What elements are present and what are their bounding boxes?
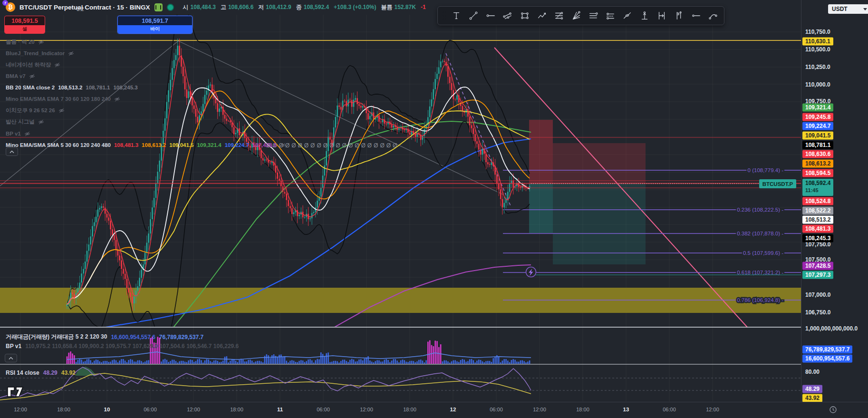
volume-pane-legend[interactable]: 거래대금(거래량) 거래대금 5 2 2 120 30 16,600,954,5… xyxy=(6,333,203,341)
fib-channel-icon[interactable] xyxy=(602,9,618,23)
time-tick-label: 06:00 xyxy=(144,407,157,412)
eye-off-icon[interactable] xyxy=(38,119,44,125)
eye-off-icon[interactable] xyxy=(29,73,35,79)
buy-button[interactable]: 108,591.7 바이 xyxy=(117,16,193,34)
time-tick-label: 06:00 xyxy=(663,407,676,412)
position-zone xyxy=(529,120,553,184)
trend-line-icon[interactable] xyxy=(465,9,482,23)
price-scale[interactable]: 110,750.0110,500.0110,250.0110,000.0109,… xyxy=(801,0,868,402)
price-badge: 109,224.7 xyxy=(802,122,833,130)
eye-off-icon[interactable] xyxy=(280,142,286,148)
legend-collapse-button[interactable] xyxy=(6,147,18,156)
vertical-measure-icon[interactable] xyxy=(636,9,653,23)
symbol-title[interactable]: BTC/USDT Perpetual Contract · 15 · BINGX xyxy=(19,4,150,11)
svg-text:Ø: Ø xyxy=(393,142,397,149)
curve-icon[interactable] xyxy=(704,9,721,23)
time-tick-label: 06:00 xyxy=(317,407,330,412)
horizontal-line-icon[interactable] xyxy=(687,9,704,23)
rectangle-icon[interactable] xyxy=(516,9,533,23)
svg-text:Ø: Ø xyxy=(336,142,340,149)
time-tick-label: 18:00 xyxy=(230,407,243,412)
price-line-symbol-tag: BTCUSDT.P xyxy=(759,179,796,188)
indicator-row[interactable]: Mino EMA/SMA SMA 5 30 60 120 240 480108,… xyxy=(6,141,286,149)
price-badge: 108,594.5 xyxy=(802,169,833,177)
indicator-row[interactable]: 볼륨 · 틱 20 xyxy=(6,38,44,46)
price-tick-label: 110,500.0 xyxy=(805,46,830,53)
svg-text:Ø: Ø xyxy=(304,142,309,149)
indicator-value: 108,613.2 xyxy=(142,142,166,148)
svg-text:Ø: Ø xyxy=(317,142,321,149)
tradingview-logo[interactable] xyxy=(7,385,25,399)
clock-icon[interactable] xyxy=(829,406,837,414)
price-badge: 43.92 xyxy=(802,394,822,402)
text-tool-icon[interactable] xyxy=(448,9,464,23)
price-badge: 107,428.5 xyxy=(802,262,833,270)
time-tick-label: 12:00 xyxy=(187,407,200,412)
svg-text:Ø: Ø xyxy=(329,142,334,149)
price-tick-label: 110,750.0 xyxy=(805,29,830,35)
volume-ma-line xyxy=(67,352,531,360)
indicator-row[interactable]: 이치모쿠 9 26 52 26 xyxy=(6,107,65,114)
svg-text:Ø: Ø xyxy=(310,142,315,149)
indicator-row[interactable]: BMA v7 xyxy=(6,72,35,80)
price-badge: 107,297.3 xyxy=(802,271,833,279)
horizontal-lines-icon[interactable] xyxy=(585,9,601,23)
indicator-row[interactable]: 발산 시그널 xyxy=(6,118,44,126)
price-badge: 16,600,954,557.6 xyxy=(802,355,852,363)
indicator-row[interactable]: BP v1 xyxy=(6,130,30,137)
price-tick-label: 110,250.0 xyxy=(805,64,830,70)
price-badge: 108,524.8 xyxy=(802,197,833,205)
drag-handle-icon[interactable] xyxy=(441,9,447,23)
short-segments-icon[interactable] xyxy=(619,9,636,23)
fib-retracement-icon[interactable] xyxy=(550,9,567,23)
time-tick-label: 12 xyxy=(450,407,456,412)
time-tick-label: 18:00 xyxy=(576,407,589,412)
buy-label: 바이 xyxy=(118,25,192,33)
eye-off-icon[interactable] xyxy=(114,96,120,102)
time-tick-label: 10 xyxy=(104,407,110,412)
rsi-value: 48.29 xyxy=(43,369,58,376)
price-tick-label: 1,000,000,000,000.0 xyxy=(805,325,858,332)
time-axis[interactable]: 12:0018:001006:0012:0018:001106:0012:001… xyxy=(0,402,868,418)
time-tick-label: 12:00 xyxy=(14,407,27,412)
price-badge: 109,041.5 xyxy=(802,132,833,140)
polyline-icon[interactable] xyxy=(533,9,550,23)
indicator-row[interactable]: Mino EMA/SMA EMA 7 30 60 120 180 240 xyxy=(6,95,120,103)
indicator-value: 109,041.5 xyxy=(169,142,193,148)
indicator-row[interactable]: 네비게이션 하락장 xyxy=(6,61,60,68)
price-badge: 108,630.6 xyxy=(802,150,833,158)
indicator-row[interactable]: BlueJ_Trend_Indicator xyxy=(6,49,74,57)
svg-text:Ø: Ø xyxy=(342,142,347,149)
notification-badge: 7 xyxy=(2,0,8,6)
currency-selector[interactable]: USDT xyxy=(828,4,868,14)
price-badge: 108,513.2 xyxy=(802,216,833,224)
eye-off-icon[interactable] xyxy=(68,50,74,57)
price-tick-label: 107,000.0 xyxy=(805,292,830,298)
eye-off-icon[interactable] xyxy=(24,131,30,137)
position-zone xyxy=(553,184,646,264)
volume-value: 152.87K xyxy=(395,4,416,10)
orderbook-icon[interactable] xyxy=(154,3,163,11)
eye-off-icon[interactable] xyxy=(58,107,65,114)
sell-label: 셀 xyxy=(5,25,45,33)
svg-text:Ø: Ø xyxy=(361,142,366,149)
price-tick-label: 80.00 xyxy=(805,369,820,375)
eye-off-icon[interactable] xyxy=(54,62,60,68)
indicator-row[interactable]: BB 20 SMA close 2108,513.2108,781.1108,2… xyxy=(6,84,138,91)
parallel-channel-icon[interactable] xyxy=(499,9,516,23)
date-range-icon[interactable] xyxy=(653,9,670,23)
bp-indicator-legend[interactable]: BP v1 110,975.2 110,658.4 109,900.2 109,… xyxy=(6,343,239,350)
gann-fan-icon[interactable] xyxy=(568,9,584,23)
volume-value-2: 76,789,829,537.7 xyxy=(159,334,203,340)
rsi-pane-legend[interactable]: RSI 14 close 48.29 43.92 xyxy=(6,369,76,376)
volume-pane-collapse-button[interactable] xyxy=(5,354,17,362)
sell-button[interactable]: 108,591.5 셀 xyxy=(4,16,45,34)
eye-off-icon[interactable] xyxy=(38,39,44,45)
indicator-value: 107,428.5 xyxy=(252,142,277,148)
fib-label: 0.5 (107,599.6) - xyxy=(743,250,783,256)
connection-status-icon xyxy=(167,4,174,11)
horizontal-ray-icon[interactable] xyxy=(482,9,499,23)
chart-canvas[interactable]: 0 (108,779.4) -0.236 (108,222.5) -0.382 … xyxy=(0,0,801,402)
trading-platform: 0 (108,779.4) -0.236 (108,222.5) -0.382 … xyxy=(0,0,868,418)
bars-pattern-icon[interactable] xyxy=(670,9,687,23)
